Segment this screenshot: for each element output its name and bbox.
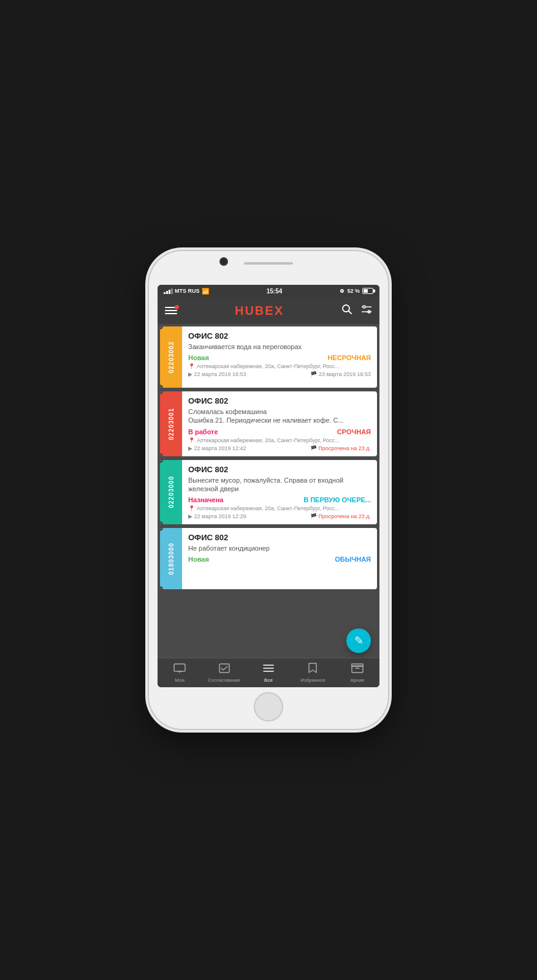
ticket-location-2: 📍 Аптекарская набережная, 20а, Санкт-Пет… <box>188 437 371 443</box>
notch-top-2 <box>160 391 163 394</box>
nav-label-all: Все <box>264 677 273 683</box>
screen: MTS RUS 📶 15:54 ⊕ 52 % HUBEX <box>158 285 379 687</box>
ticket-location-3: 📍 Аптекарская набережная, 20а, Санкт-Пет… <box>188 505 371 511</box>
header-icons <box>341 304 372 317</box>
ticket-body-1: ОФИС 802 Заканчивается вода на переговор… <box>182 326 377 388</box>
status-badge-3: Назначена <box>188 496 223 503</box>
status-time: 15:54 <box>267 288 283 295</box>
battery-percent: 52 % <box>347 288 360 294</box>
location-pin-icon-3: 📍 <box>188 505 195 511</box>
nav-label-mine: Мои <box>175 677 185 683</box>
nav-item-approval[interactable]: Согласование <box>202 663 246 683</box>
signal-bar-1 <box>164 292 166 294</box>
ticket-card-3[interactable]: 02203000 ОФИС 802 Вынесите мусор, пожалу… <box>160 460 377 525</box>
priority-badge-3: В ПЕРВУЮ ОЧЕРЕ... <box>303 496 371 503</box>
ticket-body-2: ОФИС 802 Сломалась кофемашина Ошибка 21.… <box>182 391 377 456</box>
app-header: HUBEX <box>158 297 379 324</box>
notch-bottom-2 <box>160 453 163 456</box>
menu-line-2 <box>165 310 177 311</box>
ticket-title-1: ОФИС 802 <box>188 331 371 341</box>
logo-part2: X <box>275 304 284 317</box>
ticket-status-row-3: Назначена В ПЕРВУЮ ОЧЕРЕ... <box>188 496 371 503</box>
status-badge-4: Новая <box>188 556 209 563</box>
status-badge-2: В работе <box>188 428 218 435</box>
nav-label-approval: Согласование <box>208 677 240 683</box>
date-end-3: 🏴 Просрочена на 23 д. <box>310 513 371 519</box>
ticket-title-4: ОФИС 802 <box>188 533 371 542</box>
ticket-card[interactable]: 02203002 ОФИС 802 Заканчивается вода на … <box>160 326 377 388</box>
nav-item-favorites[interactable]: Избранное <box>291 663 335 683</box>
nav-icon-archive <box>351 663 364 676</box>
ticket-tab-1: 02203002 <box>160 326 182 388</box>
date-end-1: 🏴 23 марта 2019 16:53 <box>310 371 371 377</box>
ticket-dates-1: ▶ 22 марта 2019 16:53 🏴 23 марта 2019 16… <box>188 371 371 377</box>
priority-badge-1: НЕСРОЧНАЯ <box>328 354 371 361</box>
ticket-body-4: ОФИС 802 Не работает кондиционер Новая О… <box>182 528 377 589</box>
ticket-title-2: ОФИС 802 <box>188 396 371 405</box>
app-logo: HUBEX <box>235 304 284 318</box>
menu-notification-dot <box>175 305 179 309</box>
svg-rect-8 <box>174 664 185 671</box>
signal-bar-3 <box>169 290 170 294</box>
nav-item-mine[interactable]: Мои <box>158 663 202 683</box>
priority-badge-4: ОБЫЧНАЯ <box>335 556 371 563</box>
nav-label-favorites: Избранное <box>300 677 326 683</box>
signal-bar-4 <box>171 288 173 294</box>
nav-item-archive[interactable]: Архив <box>335 663 379 683</box>
ticket-title-3: ОФИС 802 <box>188 465 371 474</box>
ticket-status-row-2: В работе СРОЧНАЯ <box>188 428 371 435</box>
phone-frame: MTS RUS 📶 15:54 ⊕ 52 % HUBEX <box>149 251 388 729</box>
priority-badge-2: СРОЧНАЯ <box>337 428 371 435</box>
nav-label-archive: Архив <box>351 677 364 683</box>
date-start-1: ▶ 22 марта 2019 16:53 <box>188 371 246 377</box>
notch-top <box>160 326 163 330</box>
ticket-desc-1: Заканчивается вода на переговорах <box>188 342 371 351</box>
fab-new-ticket[interactable]: ✎ <box>346 628 371 653</box>
ticket-dates-2: ▶ 22 марта 2019 12:42 🏴 Просрочена на 23… <box>188 445 371 451</box>
date-start-2: ▶ 22 марта 2019 12:42 <box>188 445 246 451</box>
ticket-card-2[interactable]: 02203001 ОФИС 802 Сломалась кофемашина О… <box>160 391 377 456</box>
ticket-body-3: ОФИС 802 Вынесите мусор, пожалуйста. Спр… <box>182 460 377 525</box>
menu-line-3 <box>165 313 177 314</box>
status-left: MTS RUS 📶 <box>164 288 209 295</box>
status-bar: MTS RUS 📶 15:54 ⊕ 52 % <box>158 285 379 297</box>
ticket-tab-2: 02203001 <box>160 391 182 456</box>
ticket-desc-2: Сломалась кофемашина Ошибка 21. Периодич… <box>188 407 371 425</box>
bottom-nav: Мои Согласование <box>158 658 379 687</box>
notch-top-3 <box>160 460 163 463</box>
ticket-card-4[interactable]: 01803000 ОФИС 802 Не работает кондиционе… <box>160 528 377 589</box>
front-camera <box>219 257 228 266</box>
filter-icon[interactable] <box>361 304 372 317</box>
battery-icon <box>362 288 373 294</box>
ticket-tab-4: 01803000 <box>160 528 182 589</box>
ticket-number-2: 02203001 <box>168 408 175 440</box>
ticket-location-1: 📍 Аптекарская набережная, 20а, Санкт-Пет… <box>188 363 371 369</box>
location-pin-icon-2: 📍 <box>188 437 195 443</box>
wifi-icon: 📶 <box>202 288 209 295</box>
notch-bottom-3 <box>160 521 163 524</box>
ticket-desc-4: Не работает кондиционер <box>188 544 371 552</box>
location-text-3: Аптекарская набережная, 20а, Санкт-Петер… <box>197 505 340 511</box>
ticket-status-row-1: Новая НЕСРОЧНАЯ <box>188 354 371 361</box>
svg-line-1 <box>349 311 352 314</box>
menu-button[interactable] <box>165 307 177 314</box>
notch-top-4 <box>160 528 163 531</box>
battery-fill <box>364 289 368 293</box>
fab-icon: ✎ <box>354 634 364 647</box>
signal-bars <box>164 288 173 294</box>
logo-part1: HUB <box>235 304 265 317</box>
ticket-number-4: 01803000 <box>168 543 175 575</box>
nav-icon-bookmark <box>308 663 317 676</box>
ticket-list: 02203002 ОФИС 802 Заканчивается вода на … <box>158 324 379 658</box>
status-right: ⊕ 52 % <box>340 288 373 294</box>
notch-bottom-4 <box>160 586 163 589</box>
search-icon[interactable] <box>341 304 352 317</box>
nav-item-all[interactable]: Все <box>246 663 291 683</box>
location-text-1: Аптекарская набережная, 20а, Санкт-Петер… <box>197 363 340 369</box>
home-button[interactable] <box>254 692 283 722</box>
svg-point-2 <box>363 306 365 308</box>
ticket-dates-3: ▶ 22 марта 2019 12:29 🏴 Просрочена на 23… <box>188 513 371 519</box>
nav-icon-monitor <box>173 663 186 676</box>
signal-bar-2 <box>166 291 168 294</box>
ticket-status-row-4: Новая ОБЫЧНАЯ <box>188 556 371 563</box>
